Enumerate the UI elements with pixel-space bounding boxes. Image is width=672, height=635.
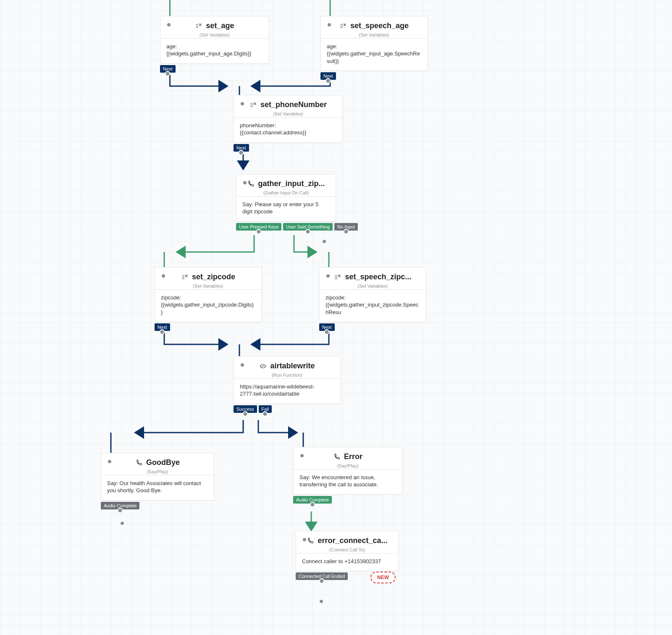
node-set-speech-zipcode[interactable]: set_speech_zipc... (Set Variables) zipco… [319, 267, 426, 322]
node-body: Say: Please say or enter your 5 digit zi… [236, 196, 336, 221]
node-title-text: set_speech_age [350, 21, 409, 30]
node-title-text: gather_input_zip... [258, 179, 325, 188]
node-subtitle: (Say/Play) [299, 463, 396, 468]
tag-next[interactable]: Next [319, 323, 335, 331]
node-subtitle: (Gather Input On Call) [242, 190, 330, 195]
variables-icon [181, 273, 189, 281]
variables-icon [334, 273, 341, 281]
node-title-text: airtablewrite [270, 362, 315, 370]
node-title-text: error_connect_ca... [318, 536, 387, 545]
tag-next[interactable]: Next [234, 144, 249, 152]
tag-user-pressed-keys[interactable]: User Pressed Keys [236, 223, 281, 231]
node-set-age[interactable]: set_age (Set Variables) age: {{widgets.g… [160, 16, 269, 64]
node-body: zipcode: {{widgets.gather_input_zipcode.… [155, 289, 261, 322]
tag-no-input[interactable]: No Input [334, 223, 358, 231]
node-subtitle: (Connect Call To) [302, 547, 392, 552]
node-goodbye[interactable]: GoodBye (Say/Play) Say: Our health Assoc… [101, 453, 214, 501]
node-title-text: GoodBye [146, 458, 180, 467]
tag-audio-complete[interactable]: Audio Complete [101, 502, 139, 509]
phone-icon [307, 537, 314, 545]
node-title-text: set_phoneNumber [260, 100, 327, 109]
node-body: Say: We encountered an issue, transferri… [294, 469, 402, 494]
tag-audio-complete[interactable]: Audio Complete [293, 496, 332, 504]
node-subtitle: (Set Variables) [166, 32, 263, 37]
node-subtitle: (Say/Play) [107, 469, 208, 474]
node-subtitle: (Set Variables) [326, 283, 420, 289]
variables-icon [195, 22, 202, 30]
node-subtitle: (Set Variables) [240, 111, 336, 116]
new-pill[interactable]: NEW [370, 572, 396, 583]
tag-next[interactable]: Next [160, 65, 176, 73]
variables-icon [249, 101, 257, 109]
node-body: Say: Our health Associates will contact … [101, 475, 214, 500]
variables-icon [339, 22, 347, 30]
node-subtitle: (Set Variables) [327, 32, 421, 37]
node-gather-input-zip[interactable]: gather_input_zip... (Gather Input On Cal… [236, 174, 336, 222]
node-subtitle: (Run Function) [240, 373, 334, 378]
tag-fail[interactable]: Fail [259, 405, 272, 413]
svg-point-0 [322, 239, 326, 244]
tag-success[interactable]: Success [234, 405, 257, 413]
tag-connected-call-ended[interactable]: Connected Call Ended [296, 572, 348, 580]
node-set-zipcode[interactable]: set_zipcode (Set Variables) zipcode: {{w… [155, 267, 262, 322]
svg-point-2 [319, 599, 323, 604]
node-title-text: set_age [206, 21, 234, 30]
tag-user-said-something[interactable]: User Said Something [283, 223, 333, 231]
tag-next[interactable]: Next [320, 72, 336, 80]
node-body: https://aquamarine-wildebeest-2777.twil.… [234, 378, 340, 404]
node-body: Connect caller to +14153902337 [296, 553, 398, 571]
phone-icon [333, 453, 341, 461]
node-set-phonenumber[interactable]: set_phoneNumber (Set Variables) phoneNum… [234, 95, 343, 143]
node-title-text: Error [344, 452, 362, 461]
phone-icon [135, 459, 143, 467]
node-body: zipcode: {{widgets.gather_input_zipcode.… [320, 289, 426, 322]
node-subtitle: (Set Variables) [161, 283, 255, 289]
tag-next[interactable]: Next [155, 323, 170, 331]
node-body: age: {{widgets.gather_input_age.SpeechRe… [321, 38, 427, 71]
node-title-text: set_speech_zipc... [345, 273, 411, 281]
node-set-speech-age[interactable]: set_speech_age (Set Variables) age: {{wi… [320, 16, 428, 71]
node-body: age: {{widgets.gather_input_age.Digits}} [160, 38, 269, 63]
node-error-connect-ca[interactable]: error_connect_ca... (Connect Call To) Co… [296, 531, 399, 571]
node-airtablewrite[interactable]: airtablewrite (Run Function) https://aqu… [234, 356, 341, 404]
phone-icon [247, 180, 255, 188]
svg-point-1 [120, 521, 124, 525]
code-icon [259, 362, 267, 370]
node-error[interactable]: Error (Say/Play) Say: We encountered an … [293, 447, 402, 495]
node-title-text: set_zipcode [192, 273, 235, 281]
node-body: phoneNumber: {{contact.channel.address}} [234, 117, 342, 142]
